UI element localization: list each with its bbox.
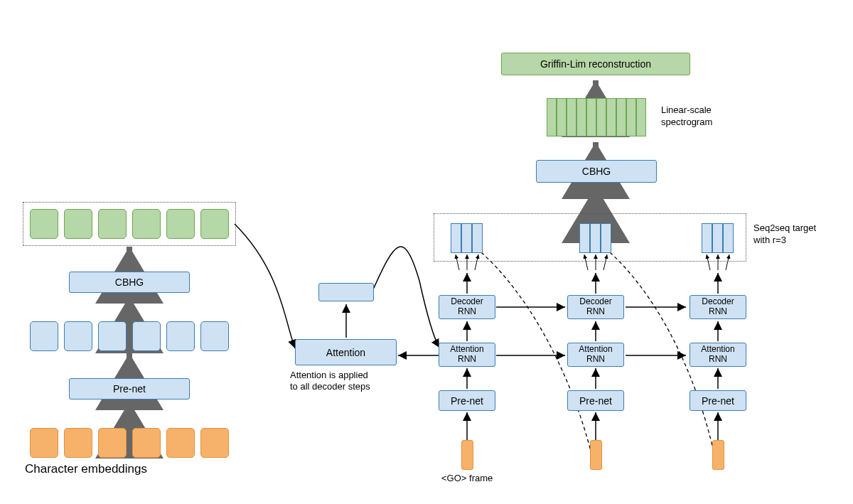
decoder-rnn-2: DecoderRNN	[567, 295, 624, 319]
attention-note: Attention is appliedto all decoder steps	[290, 370, 370, 393]
encoder-output-cell	[132, 209, 161, 239]
decoder-rnn-3: DecoderRNN	[690, 295, 746, 319]
decoder-rnn-1: DecoderRNN	[439, 295, 495, 319]
encoder-hidden-cell	[64, 321, 92, 351]
encoder-output-cell	[64, 209, 92, 239]
encoder-hidden-cell	[132, 321, 161, 351]
encoder-prenet-label: Pre-net	[113, 383, 146, 395]
attention-box: Attention	[295, 339, 397, 365]
encoder-hidden-cell	[200, 321, 229, 351]
seq2seq-label: Seq2seq targetwith r=3	[753, 222, 816, 247]
seq2seq-target-dotted-box	[434, 213, 746, 262]
encoder-prenet-box: Pre-net	[69, 378, 190, 400]
char-embed-cell	[200, 428, 229, 458]
decoder-input-bar-2	[590, 440, 602, 470]
postnet-cbhg-label: CBHG	[582, 166, 611, 177]
char-embed-cell	[30, 428, 58, 458]
go-frame-bar	[461, 440, 473, 470]
encoder-hidden-cell	[30, 321, 58, 351]
decoder-input-bar-3	[712, 440, 724, 470]
spectrogram-label: Linear-scalespectrogram	[661, 104, 712, 129]
char-embed-cell	[98, 428, 127, 458]
griffin-lim-label: Griffin-Lim reconstruction	[540, 58, 651, 70]
decoder-prenet-1: Pre-net	[439, 390, 495, 411]
encoder-cbhg-box: CBHG	[69, 272, 190, 293]
encoder-output-cell	[200, 209, 229, 239]
encoder-output-cell	[166, 209, 195, 239]
postnet-cbhg-box: CBHG	[536, 160, 657, 183]
char-embed-cell	[132, 428, 161, 458]
encoder-hidden-cell	[98, 321, 127, 351]
char-embed-cell	[166, 428, 195, 458]
go-frame-label: <GO> frame	[441, 473, 493, 483]
decoder-prenet-2: Pre-net	[567, 390, 624, 411]
attention-label: Attention	[326, 347, 365, 358]
encoder-cbhg-label: CBHG	[115, 277, 144, 288]
char-embed-cell	[64, 428, 92, 458]
encoder-output-cell	[98, 209, 127, 239]
attention-rnn-3: AttentionRNN	[690, 343, 746, 367]
decoder-prenet-3: Pre-net	[690, 390, 746, 411]
context-vector-box	[318, 283, 374, 301]
attention-rnn-2: AttentionRNN	[567, 343, 624, 367]
char-embeddings-label: Character embeddings	[25, 462, 147, 476]
attention-rnn-1: AttentionRNN	[439, 343, 495, 367]
encoder-output-cell	[30, 209, 58, 239]
encoder-hidden-cell	[166, 321, 195, 351]
griffin-lim-box: Griffin-Lim reconstruction	[501, 53, 690, 75]
